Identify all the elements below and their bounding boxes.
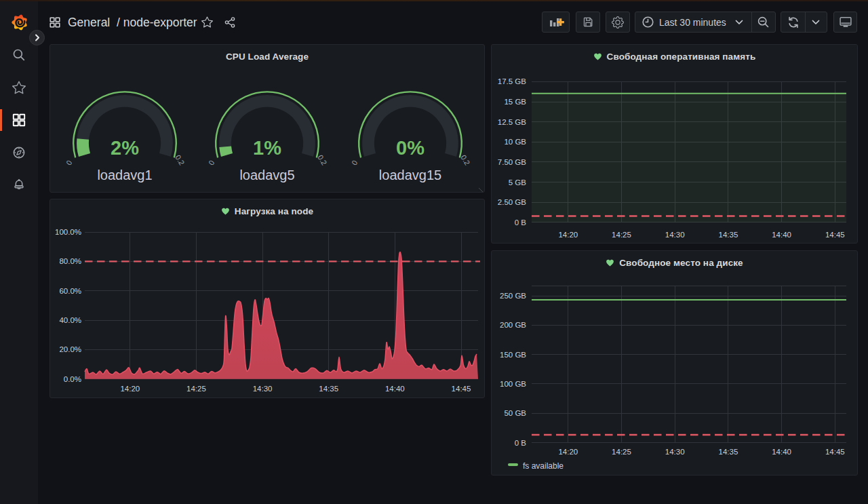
svg-text:0 B: 0 B: [515, 439, 527, 447]
svg-text:15 GB: 15 GB: [504, 98, 526, 106]
svg-text:14:40: 14:40: [772, 448, 791, 456]
svg-text:14:45: 14:45: [825, 448, 845, 456]
svg-text:14:30: 14:30: [253, 385, 273, 393]
svg-text:14:35: 14:35: [319, 385, 338, 393]
svg-text:fs available: fs available: [523, 461, 564, 471]
svg-text:loadavg5: loadavg5: [239, 168, 294, 182]
svg-text:0 B: 0 B: [515, 218, 527, 227]
svg-text:50 GB: 50 GB: [504, 409, 526, 417]
svg-text:0.0%: 0.0%: [64, 375, 81, 383]
svg-text:14:25: 14:25: [612, 448, 631, 456]
svg-text:17.5 GB: 17.5 GB: [498, 77, 527, 85]
svg-text:14:20: 14:20: [558, 231, 578, 239]
svg-text:60.0%: 60.0%: [59, 287, 81, 295]
svg-text:14:45: 14:45: [452, 385, 471, 393]
svg-text:20.0%: 20.0%: [59, 345, 81, 353]
svg-text:14:30: 14:30: [665, 231, 685, 239]
svg-text:2.50 GB: 2.50 GB: [498, 198, 527, 206]
svg-text:14:45: 14:45: [825, 231, 845, 239]
svg-text:14:35: 14:35: [719, 231, 738, 239]
svg-text:200 GB: 200 GB: [500, 321, 526, 329]
svg-text:14:25: 14:25: [186, 385, 206, 393]
svg-text:0.2: 0.2: [174, 153, 186, 166]
svg-text:0.2: 0.2: [459, 153, 471, 166]
svg-text:14:40: 14:40: [772, 231, 791, 239]
svg-text:loadavg1: loadavg1: [97, 168, 152, 182]
svg-text:loadavg15: loadavg15: [379, 168, 441, 182]
svg-text:0: 0: [207, 159, 216, 167]
svg-text:80.0%: 80.0%: [59, 257, 81, 265]
svg-text:7.50 GB: 7.50 GB: [498, 158, 527, 166]
svg-text:0: 0: [350, 159, 359, 167]
svg-text:12.5 GB: 12.5 GB: [498, 118, 527, 126]
svg-text:100.0%: 100.0%: [55, 228, 81, 236]
svg-text:5 GB: 5 GB: [509, 178, 527, 187]
svg-text:0.2: 0.2: [316, 153, 328, 166]
svg-text:100 GB: 100 GB: [500, 380, 526, 388]
svg-text:14:35: 14:35: [719, 448, 738, 456]
svg-text:14:25: 14:25: [612, 231, 631, 239]
svg-text:10 GB: 10 GB: [504, 138, 526, 146]
svg-text:2%: 2%: [111, 137, 139, 159]
svg-text:14:40: 14:40: [385, 385, 405, 393]
svg-text:250 GB: 250 GB: [500, 292, 526, 300]
svg-text:14:20: 14:20: [120, 385, 140, 393]
svg-text:14:30: 14:30: [665, 448, 685, 456]
svg-text:14:20: 14:20: [558, 448, 578, 456]
svg-text:150 GB: 150 GB: [500, 351, 526, 359]
svg-text:40.0%: 40.0%: [59, 316, 81, 324]
svg-text:0: 0: [64, 159, 73, 167]
svg-text:1%: 1%: [253, 137, 281, 159]
svg-text:0%: 0%: [396, 137, 425, 159]
